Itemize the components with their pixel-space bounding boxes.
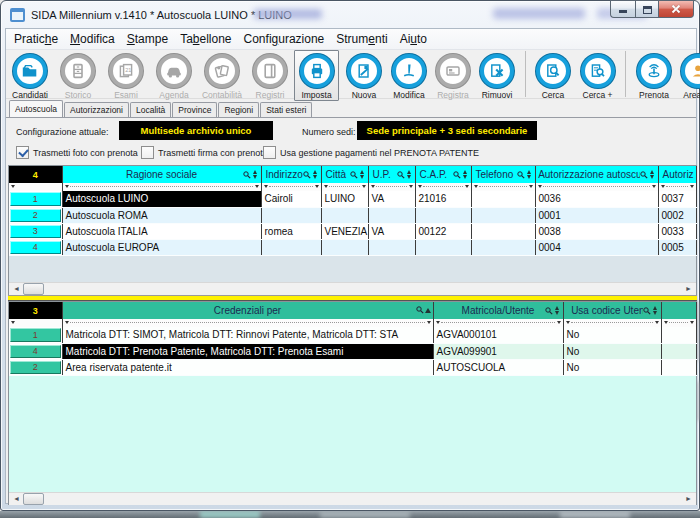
toolbar-rimuovi[interactable]: Rimuovi bbox=[475, 50, 519, 100]
col-citta[interactable]: Città bbox=[321, 166, 368, 183]
col-cap[interactable]: C.A.P. bbox=[415, 166, 471, 183]
tabbar: Autoscuola Autorizzazioni Località Provi… bbox=[6, 99, 696, 117]
toolbar-area-riservata[interactable]: Area ris bbox=[676, 50, 700, 100]
checkbox-icon bbox=[263, 146, 276, 159]
tab-localita[interactable]: Località bbox=[130, 102, 171, 117]
sedi-row-4[interactable]: 4 Autoscuola EUROPA 0004 0005 bbox=[9, 239, 696, 255]
col-credenziali-per[interactable]: Credenziali per bbox=[62, 302, 433, 319]
person-icon bbox=[681, 54, 700, 88]
search-plus-icon bbox=[581, 54, 615, 88]
scroll-left-icon[interactable]: ◄ bbox=[10, 283, 23, 295]
desktop-background: SIDA Millennium v.1410 * Autoscuola LUIN… bbox=[0, 0, 700, 518]
checkbox-checked-icon bbox=[16, 146, 29, 159]
exam-sheets-icon: 21 bbox=[109, 54, 143, 88]
blurred-region bbox=[200, 511, 260, 518]
row-count: 4 bbox=[9, 166, 62, 183]
filter-row[interactable] bbox=[9, 319, 696, 327]
toolbar-contabilita: Contabilità bbox=[198, 50, 246, 100]
menubar: Pratiche Modifica Stampe Tabellone Confi… bbox=[6, 29, 696, 50]
checkbox-icon bbox=[141, 146, 154, 159]
search-document-icon bbox=[536, 54, 570, 88]
titlebar[interactable]: SIDA Millennium v.1410 * Autoscuola LUIN… bbox=[1, 1, 699, 28]
menu-strumenti[interactable]: Strumenti bbox=[330, 29, 393, 49]
scrollbar-thumb[interactable] bbox=[23, 283, 44, 295]
col-autoriz[interactable]: Autoriz bbox=[658, 166, 696, 183]
toolbar-cerca-plus[interactable]: Cerca + bbox=[575, 50, 620, 100]
tab-stati-esteri[interactable]: Stati esteri bbox=[260, 102, 312, 117]
close-button[interactable] bbox=[659, 0, 694, 18]
blurred-region bbox=[493, 8, 585, 19]
toolbar-modifica[interactable]: Modifica bbox=[387, 50, 431, 100]
tab-regioni[interactable]: Regioni bbox=[218, 102, 259, 117]
menu-configurazione[interactable]: Configurazione bbox=[238, 29, 331, 49]
menu-tabellone[interactable]: Tabellone bbox=[174, 29, 237, 49]
col-telefono[interactable]: Telefono bbox=[471, 166, 535, 183]
sort-icon bbox=[462, 170, 469, 179]
toolbar-registri: Registri bbox=[246, 50, 294, 100]
col-indirizzo[interactable]: Indirizzo bbox=[261, 166, 321, 183]
sedi-row-1[interactable]: 1 Autoscuola LUINO Cairoli LUINO VA 2101… bbox=[9, 191, 696, 207]
toolbar-agenda: Agenda bbox=[150, 50, 198, 100]
scroll-left-icon[interactable]: ◄ bbox=[10, 493, 23, 505]
col-usa-codice[interactable]: Usa codice Utente bbox=[563, 302, 661, 319]
accounting-cards-icon bbox=[205, 54, 239, 88]
minimize-button[interactable] bbox=[610, 0, 635, 18]
toolbar-imposta[interactable]: Imposta bbox=[294, 50, 339, 101]
blurred-region bbox=[320, 511, 410, 518]
toolbar-esami: 21 Esami bbox=[102, 50, 150, 100]
search-icon bbox=[397, 171, 405, 179]
car-icon bbox=[157, 54, 191, 88]
toolbar: Candidati Storico 21 Esami Agenda bbox=[6, 50, 696, 99]
checkbox-trasmetti-firma[interactable]: Trasmetti firma con prenota bbox=[141, 146, 268, 159]
window-title: SIDA Millennium v.1410 * Autoscuola LUIN… bbox=[31, 9, 292, 21]
filter-row[interactable] bbox=[9, 183, 696, 191]
window-controls bbox=[610, 0, 694, 18]
col-matricola-utente[interactable]: Matricola/Utente bbox=[433, 302, 563, 319]
col-autorizzazione[interactable]: Autorizzazione autoscuola bbox=[535, 166, 658, 183]
search-icon bbox=[303, 171, 311, 179]
checkbox-trasmetti-foto[interactable]: Trasmetti foto con prenota bbox=[16, 146, 138, 159]
horizontal-scrollbar[interactable]: ◄ ► bbox=[9, 282, 696, 295]
blurred-region bbox=[560, 511, 630, 518]
sedi-row-3[interactable]: 3 Autoscuola ITALIA romea VENEZIA VA 001… bbox=[9, 223, 696, 239]
sedi-row-2[interactable]: 2 Autoscuola ROMA 0001 0002 bbox=[9, 207, 696, 223]
numero-sedi-label: Numero sedi: bbox=[302, 127, 356, 137]
scrollbar-thumb[interactable] bbox=[23, 493, 44, 505]
toolbar-cerca[interactable]: Cerca bbox=[531, 50, 575, 100]
menu-modifica[interactable]: Modifica bbox=[64, 29, 121, 49]
sort-icon bbox=[526, 170, 533, 179]
edit-pen-icon bbox=[392, 54, 426, 88]
scroll-right-icon[interactable]: ► bbox=[682, 493, 695, 505]
credenziali-row-1[interactable]: 1 Matricola DTT: SIMOT, Matricola DTT: R… bbox=[9, 327, 696, 343]
sedi-table: 4 Ragione sociale Indirizzo Città U.P. C… bbox=[8, 165, 697, 295]
app-window: SIDA Millennium v.1410 * Autoscuola LUIN… bbox=[0, 0, 700, 511]
table-empty-area bbox=[9, 256, 696, 282]
scroll-right-icon[interactable]: ► bbox=[682, 283, 695, 295]
menu-stampe[interactable]: Stampe bbox=[121, 29, 174, 49]
sort-asc-icon bbox=[425, 308, 431, 313]
credenziali-row-3[interactable]: 2 Area riservata patente.it AUTOSCUOLA N… bbox=[9, 359, 696, 375]
svg-text:21: 21 bbox=[125, 67, 131, 73]
tab-autoscuola[interactable]: Autoscuola bbox=[9, 100, 63, 117]
credenziali-table-header: 3 Credenziali per Matricola/Utente Usa c… bbox=[9, 302, 696, 319]
menu-pratiche[interactable]: Pratiche bbox=[8, 29, 64, 49]
configurazione-value: Multisede archivio unico bbox=[119, 121, 273, 140]
menu-aiuto[interactable]: Aiuto bbox=[394, 29, 433, 49]
checkbox-usa-gestione[interactable]: Usa gestione pagamenti nel PRENOTA PATEN… bbox=[263, 146, 479, 159]
tab-province[interactable]: Province bbox=[172, 102, 217, 117]
minimize-icon bbox=[619, 10, 627, 13]
col-ragione-sociale[interactable]: Ragione sociale bbox=[62, 166, 261, 183]
toolbar-candidati[interactable]: Candidati bbox=[6, 50, 54, 100]
tab-autorizzazioni[interactable]: Autorizzazioni bbox=[64, 102, 129, 117]
col-up[interactable]: U.P. bbox=[368, 166, 415, 183]
toolbar-prenota[interactable]: Prenota bbox=[632, 50, 676, 100]
maximize-button[interactable] bbox=[635, 0, 659, 18]
new-document-icon bbox=[347, 54, 381, 88]
credenziali-row-2[interactable]: 4 Matricola DTT: Prenota Patente, Matric… bbox=[9, 343, 696, 359]
sort-icon bbox=[252, 170, 259, 179]
sort-icon bbox=[649, 170, 656, 179]
toolbar-separator bbox=[525, 51, 526, 97]
toolbar-nuova[interactable]: Nuova bbox=[341, 50, 387, 100]
sedi-table-header: 4 Ragione sociale Indirizzo Città U.P. C… bbox=[9, 166, 696, 183]
horizontal-scrollbar[interactable]: ◄ ► bbox=[9, 492, 696, 505]
